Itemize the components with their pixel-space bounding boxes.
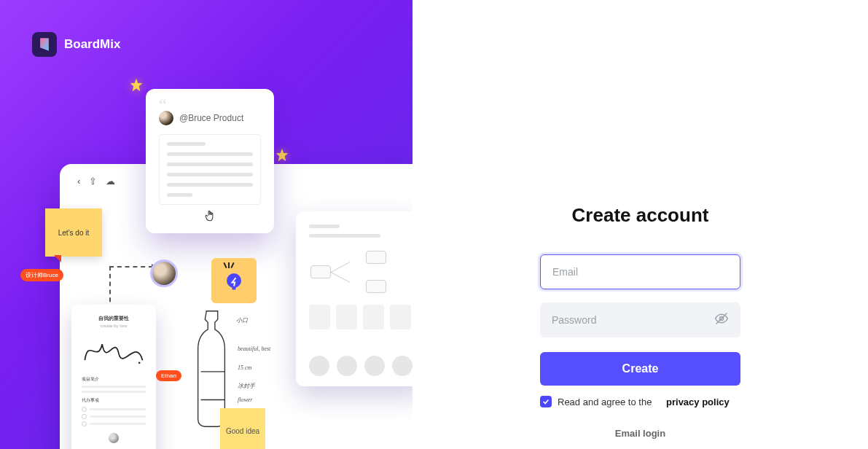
email-field-wrapper[interactable]	[540, 254, 740, 289]
doc-section-heading: 代办事项	[82, 397, 146, 404]
user-cursor-tag: 设计师Bruce	[20, 269, 63, 281]
logo-icon	[32, 32, 57, 57]
brand-name: BoardMix	[64, 37, 120, 52]
sticky-note: Let's do it	[45, 208, 102, 257]
consent-checkbox[interactable]	[540, 396, 552, 407]
svg-rect-1	[232, 286, 236, 290]
sticky-note: Good idea	[220, 408, 265, 449]
email-field[interactable]	[552, 266, 728, 278]
eye-off-icon[interactable]	[714, 311, 729, 329]
annotation-text: 冰封手	[238, 382, 255, 390]
doc-section-heading: 项目简介	[82, 376, 146, 383]
wireframe-card	[296, 211, 413, 386]
pointer-hand-icon	[204, 210, 216, 226]
avatar	[109, 433, 119, 443]
note-preview	[159, 134, 261, 205]
privacy-policy-link[interactable]: privacy policy	[666, 397, 730, 407]
avatar	[150, 259, 178, 287]
sticky-text: Good idea	[226, 426, 259, 436]
user-cursor-tag: Ethan	[156, 370, 181, 381]
sticky-text: Let's do it	[58, 229, 90, 237]
annotation-text: 小口	[236, 316, 248, 324]
password-field[interactable]	[552, 314, 714, 326]
star-icon	[128, 77, 144, 93]
signup-panel: Create account Create Read and agree to …	[413, 0, 868, 449]
back-icon: ‹	[77, 176, 80, 187]
annotation-text: beautiful, best	[238, 345, 270, 352]
doc-card: 自我的重要性 create by lora 项目简介 代办事项	[71, 305, 156, 449]
connector-arrow	[109, 266, 153, 310]
brand-logo: BoardMix	[32, 32, 120, 57]
email-login-link[interactable]: Email login	[540, 428, 740, 439]
annotation-text: 15 cm	[238, 364, 251, 371]
password-field-wrapper[interactable]	[540, 302, 740, 337]
consent-row: Read and agree to the privacy policy	[540, 396, 740, 407]
doc-subtitle: create by lora	[82, 324, 146, 328]
marketing-illustration-panel: BoardMix ‹ ⇧ ☁ “ @Bruce Product Let's do…	[0, 0, 413, 449]
mention-text: @Bruce Product	[179, 113, 243, 123]
annotation-text: flower	[238, 397, 252, 403]
idea-sticky	[211, 258, 257, 303]
svg-point-2	[138, 362, 141, 364]
avatar	[159, 111, 173, 125]
scribble-drawing	[82, 332, 146, 369]
star-icon	[274, 147, 290, 163]
comment-card: “ @Bruce Product	[146, 89, 274, 233]
cloud-icon: ☁	[106, 176, 115, 187]
doc-title: 自我的重要性	[82, 315, 146, 322]
mention-row: @Bruce Product	[159, 111, 261, 125]
page-title: Create account	[540, 204, 740, 227]
upload-icon: ⇧	[89, 176, 97, 187]
create-account-button[interactable]: Create	[540, 352, 740, 386]
lightbulb-icon	[223, 270, 245, 292]
consent-text: Read and agree to the	[558, 397, 652, 407]
